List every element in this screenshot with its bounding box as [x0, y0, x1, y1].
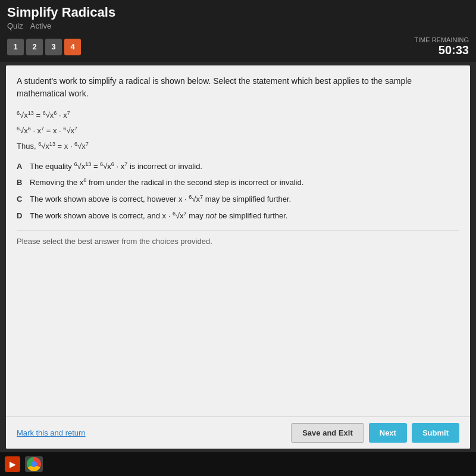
choice-a-letter: A — [17, 161, 30, 173]
question-container: A student's work to simplify a radical i… — [6, 65, 470, 416]
choice-d-letter: D — [17, 210, 30, 222]
choice-a-text: The equality 6√x13 = 6√x6 · x7 is incorr… — [30, 161, 459, 173]
question-num-2[interactable]: 2 — [26, 39, 43, 55]
chrome-icon — [27, 457, 41, 471]
math-work: 6√x13 = 6√x6 · x7 6√x6 · x7 = x · 6√x7 T… — [17, 108, 459, 153]
bottom-bar: Mark this and return Save and Exit Next … — [6, 416, 470, 449]
timer-label: TIME REMAINING — [414, 36, 469, 43]
taskbar: ▶ — [0, 452, 476, 476]
top-bar: Simplify Radicals Quiz Active — [0, 0, 476, 34]
action-buttons: Save and Exit Next Submit — [291, 423, 459, 443]
taskbar-start-button[interactable]: ▶ — [5, 456, 20, 472]
next-button[interactable]: Next — [369, 423, 407, 443]
screen: Simplify Radicals Quiz Active 1 2 3 4 TI… — [0, 0, 476, 476]
save-exit-button[interactable]: Save and Exit — [291, 423, 364, 443]
start-icon: ▶ — [10, 459, 16, 469]
choice-a[interactable]: A The equality 6√x13 = 6√x6 · x7 is inco… — [17, 161, 459, 173]
app-title: Simplify Radicals — [7, 5, 469, 20]
mark-return-link[interactable]: Mark this and return — [17, 428, 86, 437]
choice-c-text: The work shown above is correct, however… — [30, 193, 459, 205]
choices: A The equality 6√x13 = 6√x6 · x7 is inco… — [17, 161, 459, 222]
active-label: Active — [30, 21, 51, 30]
question-num-4[interactable]: 4 — [64, 39, 81, 55]
choice-c-letter: C — [17, 193, 30, 205]
choice-c[interactable]: C The work shown above is correct, howev… — [17, 193, 459, 205]
timer-value: 50:33 — [414, 43, 469, 57]
header-row: 1 2 3 4 TIME REMAINING 50:33 — [0, 34, 476, 62]
question-num-3[interactable]: 3 — [45, 39, 62, 55]
quiz-label: Quiz — [7, 21, 23, 30]
quiz-status: Quiz Active — [7, 21, 469, 30]
choice-d-text: The work shown above is correct, and x ·… — [30, 210, 459, 222]
content-area: A student's work to simplify a radical i… — [6, 65, 470, 449]
choice-b-text: Removing the x6 from under the radical i… — [30, 177, 459, 189]
chrome-button[interactable] — [25, 456, 43, 472]
math-line-3: Thus, 6√x13 = x · 6√x7 — [17, 139, 459, 154]
choice-b[interactable]: B Removing the x6 from under the radical… — [17, 177, 459, 189]
submit-button[interactable]: Submit — [412, 423, 459, 443]
question-numbers: 1 2 3 4 — [7, 39, 81, 55]
question-num-1[interactable]: 1 — [7, 39, 24, 55]
math-line-2: 6√x6 · x7 = x · 6√x7 — [17, 124, 459, 138]
math-line-1: 6√x13 = 6√x6 · x7 — [17, 108, 459, 123]
choice-d[interactable]: D The work shown above is correct, and x… — [17, 210, 459, 222]
please-select: Please select the best answer from the c… — [17, 230, 459, 246]
question-text: A student's work to simplify a radical i… — [17, 75, 459, 100]
choice-b-letter: B — [17, 177, 30, 189]
timer-area: TIME REMAINING 50:33 — [414, 36, 469, 57]
